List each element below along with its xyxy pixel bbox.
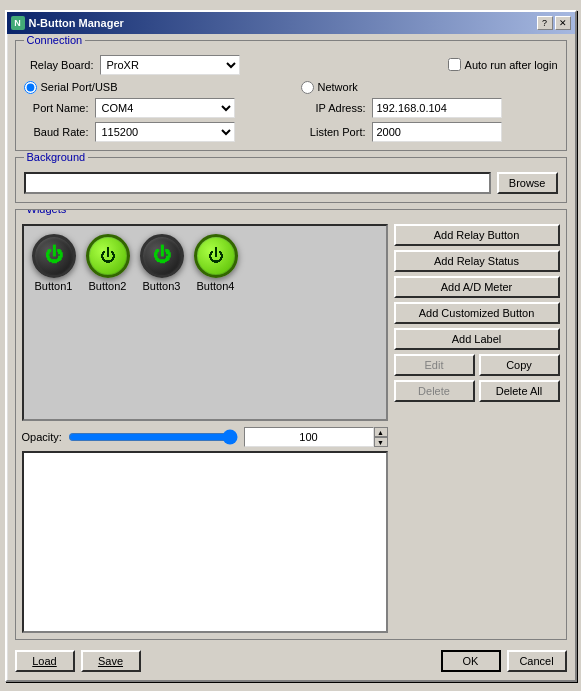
auto-run-checkbox[interactable]: [448, 58, 461, 71]
button4-icon: ⏻: [194, 234, 238, 278]
widgets-canvas[interactable]: ⏻ Button1 ⏻ Button2: [22, 224, 388, 422]
network-radio[interactable]: [301, 81, 314, 94]
baud-rate-label: Baud Rate:: [24, 126, 89, 138]
footer-left: Load Save: [15, 650, 141, 672]
footer-buttons: Load Save OK Cancel: [15, 646, 567, 674]
serial-radio[interactable]: [24, 81, 37, 94]
title-bar-text: N N-Button Manager: [11, 16, 124, 30]
network-label: Network: [318, 81, 358, 93]
baud-rate-select[interactable]: 115200 9600 19200 38400 57600: [95, 122, 235, 142]
opacity-down-button[interactable]: ▼: [374, 437, 388, 447]
background-group: Background Browse: [15, 157, 567, 203]
preview-area: [22, 451, 388, 633]
serial-label: Serial Port/USB: [41, 81, 118, 93]
button4-label: Button4: [197, 280, 235, 292]
add-customized-button[interactable]: Add Customized Button: [394, 302, 560, 324]
opacity-input[interactable]: [244, 427, 374, 447]
opacity-spin-buttons: ▲ ▼: [374, 427, 388, 447]
delete-all-button[interactable]: Delete All: [479, 380, 560, 402]
background-path-input[interactable]: [24, 172, 491, 194]
load-button[interactable]: Load: [15, 650, 75, 672]
widgets-right-panel: Add Relay Button Add Relay Status Add A/…: [394, 224, 560, 633]
widgets-left-panel: ⏻ Button1 ⏻ Button2: [22, 224, 388, 633]
listen-port-row: Listen Port:: [301, 122, 558, 142]
button2-label: Button2: [89, 280, 127, 292]
save-label: Save: [98, 655, 123, 667]
window-content: Connection Relay Board: ProXR ProXR Lite…: [7, 34, 575, 680]
main-window: N N-Button Manager ? ✕ Connection Relay …: [5, 10, 577, 682]
app-icon: N: [11, 16, 25, 30]
green-dot2: ⏻: [198, 238, 234, 274]
ip-address-input[interactable]: [372, 98, 502, 118]
list-item[interactable]: ⏻ Button1: [32, 234, 76, 292]
browse-button[interactable]: Browse: [497, 172, 558, 194]
auto-run-group: Auto run after login: [448, 58, 558, 71]
port-name-label: Port Name:: [24, 102, 89, 114]
button3-icon: ⏻: [140, 234, 184, 278]
background-label: Background: [24, 151, 89, 163]
button3-label: Button3: [143, 280, 181, 292]
baud-rate-row: Baud Rate: 115200 9600 19200 38400 57600: [24, 122, 281, 142]
ip-address-row: IP Adress:: [301, 98, 558, 118]
button1-label: Button1: [35, 280, 73, 292]
opacity-slider-container: [68, 430, 238, 444]
help-button[interactable]: ?: [537, 16, 553, 30]
add-label-button[interactable]: Add Label: [394, 328, 560, 350]
port-name-row: Port Name: COM4 COM1 COM2 COM3: [24, 98, 281, 118]
relay-board-select[interactable]: ProXR ProXR Lite ProXR Plus: [100, 55, 240, 75]
power-symbol-icon: ⏻: [100, 247, 116, 265]
relay-board-row: Relay Board: ProXR ProXR Lite ProXR Plus: [24, 55, 240, 75]
listen-port-label: Listen Port:: [301, 126, 366, 138]
list-item[interactable]: ⏻ Button3: [140, 234, 184, 292]
list-item[interactable]: ⏻ Button4: [194, 234, 238, 292]
footer-right: OK Cancel: [441, 650, 567, 672]
add-relay-status-button[interactable]: Add Relay Status: [394, 250, 560, 272]
connection-label: Connection: [24, 34, 86, 46]
opacity-spinbox: ▲ ▼: [244, 427, 388, 447]
connection-grid: Relay Board: ProXR ProXR Lite ProXR Plus…: [24, 55, 558, 142]
opacity-slider[interactable]: [68, 430, 238, 444]
relay-board-label: Relay Board:: [24, 59, 94, 71]
auto-run-label: Auto run after login: [465, 59, 558, 71]
ip-address-label: IP Adress:: [301, 102, 366, 114]
cancel-button[interactable]: Cancel: [507, 650, 567, 672]
port-name-select[interactable]: COM4 COM1 COM2 COM3: [95, 98, 235, 118]
power-symbol-icon: ⏻: [45, 245, 63, 266]
connection-left: Serial Port/USB Port Name: COM4 COM1 COM…: [24, 81, 281, 142]
button2-icon: ⏻: [86, 234, 130, 278]
button1-icon: ⏻: [32, 234, 76, 278]
power-symbol-icon: ⏻: [208, 247, 224, 265]
edit-button[interactable]: Edit: [394, 354, 475, 376]
green-dot: ⏻: [90, 238, 126, 274]
add-ad-meter-button[interactable]: Add A/D Meter: [394, 276, 560, 298]
save-button[interactable]: Save: [81, 650, 141, 672]
power-symbol-icon: ⏻: [153, 245, 171, 266]
load-label: Load: [32, 655, 56, 667]
listen-port-input[interactable]: [372, 122, 502, 142]
edit-copy-row: Edit Copy: [394, 354, 560, 376]
background-row: Browse: [24, 172, 558, 194]
ok-button[interactable]: OK: [441, 650, 501, 672]
close-button[interactable]: ✕: [555, 16, 571, 30]
network-radio-group: Network: [301, 81, 558, 94]
serial-radio-group: Serial Port/USB: [24, 81, 281, 94]
delete-row: Delete Delete All: [394, 380, 560, 402]
widget-items: ⏻ Button1 ⏻ Button2: [32, 234, 378, 292]
widgets-label: Widgets: [24, 209, 70, 215]
title-bar-buttons: ? ✕: [537, 16, 571, 30]
title-bar: N N-Button Manager ? ✕: [7, 12, 575, 34]
delete-button[interactable]: Delete: [394, 380, 475, 402]
connection-row1: Relay Board: ProXR ProXR Lite ProXR Plus…: [24, 55, 558, 75]
connection-group: Connection Relay Board: ProXR ProXR Lite…: [15, 40, 567, 151]
connection-row2: Serial Port/USB Port Name: COM4 COM1 COM…: [24, 81, 558, 142]
window-title: N-Button Manager: [29, 17, 124, 29]
add-relay-button[interactable]: Add Relay Button: [394, 224, 560, 246]
list-item[interactable]: ⏻ Button2: [86, 234, 130, 292]
opacity-label: Opacity:: [22, 431, 62, 443]
connection-right: Network IP Adress: Listen Port:: [301, 81, 558, 142]
opacity-row: Opacity: ▲ ▼: [22, 427, 388, 447]
opacity-up-button[interactable]: ▲: [374, 427, 388, 437]
widgets-group: Widgets ⏻ Button1: [15, 209, 567, 640]
copy-button[interactable]: Copy: [479, 354, 560, 376]
